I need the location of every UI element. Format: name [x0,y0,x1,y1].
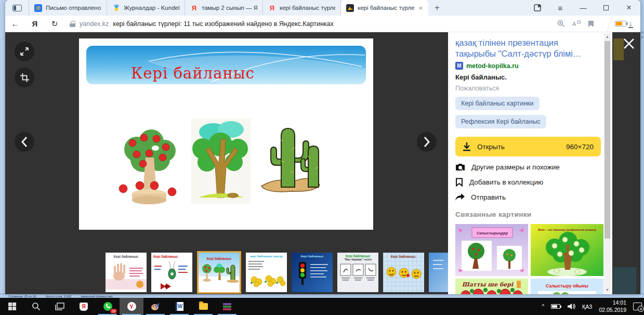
action-center-icon[interactable]: 4 [633,303,642,310]
menu-icon[interactable]: ≡ [549,0,572,16]
yandex-shield-icon: Я [80,303,88,311]
browser-window: @ Письмо отправлено - По Журналдар - Kun… [5,0,640,294]
related-query-chip-1[interactable]: Кері байланыс картинки [455,97,540,110]
taskbar-yandex-shield[interactable]: Я [72,298,96,315]
camera-search-icon [455,163,465,171]
crop-button[interactable] [15,68,34,87]
tab-yandex-search-1[interactable]: Я тамыр 2 сынып — Яндекс [185,0,263,16]
related-image-4[interactable]: Салыстыру ойыны [531,279,603,294]
word-language: казахский (Казахстан) [81,295,113,298]
all-tabs-icon[interactable] [526,0,549,16]
share-action[interactable]: Отправить [455,193,601,201]
screen: Страница: 25 из 26 Число слов: 3 622 каз… [0,0,644,315]
translate-icon[interactable]: A [572,20,581,28]
tab-label: кері байланыс түрлері — [280,5,335,11]
taskbar-paint[interactable] [143,298,167,315]
yandex-button[interactable]: Я [25,19,45,28]
taskbar-search-button[interactable] [24,298,48,315]
taskbar: Я 28 Y W ^ [0,298,644,315]
share-arrow-icon [455,193,465,201]
taskbar-whatsapp[interactable]: 28 [96,298,120,315]
downloads-icon[interactable]: ↓ [628,20,634,28]
scrollbar-thumb[interactable] [604,41,610,239]
similar-sizes-action[interactable]: Другие размеры и похожие [455,163,601,171]
thumbnail-7[interactable]: Кері байланыс. [383,253,424,292]
task-view-button[interactable] [48,298,72,315]
tab-label: тамыр 2 сынып — Яндекс [202,5,257,11]
source-domain: metod-kopilka.ru [466,62,519,70]
url-field[interactable]: yandex.kz кері байланыс түрлері: 11 тыс … [64,16,615,32]
thumbnail-5[interactable]: Кері байланыс [292,253,333,292]
word-word-count: Число слов: 3 622 [45,295,71,298]
taskbar-winrar[interactable] [215,298,239,315]
sidebar-scrollbar[interactable]: ▲ ▼ [604,33,611,293]
open-label: Открыть [477,143,505,151]
report-link[interactable]: Пожаловаться [455,85,601,92]
images-icon [346,4,354,12]
refresh-button[interactable]: ↻ [45,19,64,29]
tray-date: 02.05.2019 [599,307,626,313]
notification-badge: 4 [638,306,644,312]
power-save-icon[interactable] [615,21,626,27]
taskbar-word[interactable]: W [167,298,191,315]
minimize-button[interactable]: — [572,0,595,16]
zoom-page-icon[interactable] [557,20,565,28]
tray-chevron-icon[interactable]: ^ [542,304,544,309]
action-label: Отправить [471,193,506,201]
winrar-icon [223,303,231,310]
thumbnail-6[interactable]: Кері байланыс "Бас бармақ" тәсілі [337,253,378,292]
thumbnail-2[interactable]: Кері байланыс [151,253,192,292]
close-icon [623,37,635,50]
taskbar-file-explorer[interactable] [191,298,215,315]
image-caption: Кері байланыс. [455,73,601,81]
tab-kundelik[interactable]: Журналдар - Kundelik.kz [107,0,185,16]
url-icons: A [557,16,615,32]
source-row[interactable]: M metod-kopilka.ru [455,62,601,70]
start-button[interactable] [0,298,24,315]
next-image-button[interactable] [417,132,437,152]
keyboard-language[interactable]: ҚАЗ [582,304,592,310]
result-title-link[interactable]: қазақ тілінен презентация тақырыбы "Салт… [455,37,601,59]
new-tab-button[interactable]: + [428,0,446,16]
main-image[interactable]: Кері байланыс [79,38,373,230]
dimmed-page-fragment [613,38,624,60]
tab-label: Письмо отправлено - По [46,5,101,11]
side-panel-icon [12,5,22,11]
chevron-right-icon [423,136,431,148]
tab-images-active[interactable]: кері байланыс түрлері: × [341,0,428,16]
back-button[interactable]: ← [5,19,25,28]
tab-yandex-search-2[interactable]: Я кері байланыс түрлері — [263,0,341,16]
bookmark-flag-icon[interactable] [588,20,594,28]
close-window-button[interactable]: × [617,0,640,16]
site-favicon: M [455,62,463,70]
previous-image-button[interactable] [15,132,34,152]
slide-title: Кері байланыс [131,64,255,82]
thumbnail-1[interactable]: Кері байланыс [106,253,147,292]
system-tray: ^ ҚАЗ 14:01 02.05.2019 4 [542,299,644,313]
taskbar-yandex-browser[interactable]: Y [120,298,143,315]
related-query-chip-2[interactable]: Рефлексия Кері байланыс [455,115,546,128]
side-panel-toggle[interactable] [5,0,29,16]
related-image-1[interactable]: Салыстырыңдар [455,224,528,276]
thumbnail-4[interactable]: кері байланыс жасау [246,253,287,292]
related-image-3[interactable]: Шатты ше бері [455,279,528,294]
scroll-down-icon[interactable]: ▼ [604,286,611,293]
hand-icon [112,4,120,12]
maximize-button[interactable] [595,0,617,16]
scroll-up-icon[interactable]: ▲ [604,33,611,40]
svg-text:A: A [572,21,576,27]
crop-icon [20,73,29,82]
download-icon [463,142,471,151]
clock[interactable]: 14:01 02.05.2019 [599,299,626,313]
thumbnail-3-selected[interactable]: Кері байланыс [197,251,241,294]
tab-mail[interactable]: @ Письмо отправлено - По [29,0,107,16]
svg-text:Салыстырыңдар: Салыстырыңдар [477,231,508,235]
close-viewer-button[interactable] [623,35,639,52]
related-image-2[interactable]: Өзін – өзі бағалау (рефлексия ағашы) [531,224,603,276]
speaker-icon[interactable] [567,303,575,310]
battery-icon[interactable] [551,304,560,309]
tab-close-icon[interactable]: × [418,4,423,12]
add-to-collection-action[interactable]: Добавить в коллекцию [455,178,601,187]
open-image-button[interactable]: Открыть 960×720 [455,137,601,156]
fullscreen-button[interactable] [15,42,34,61]
